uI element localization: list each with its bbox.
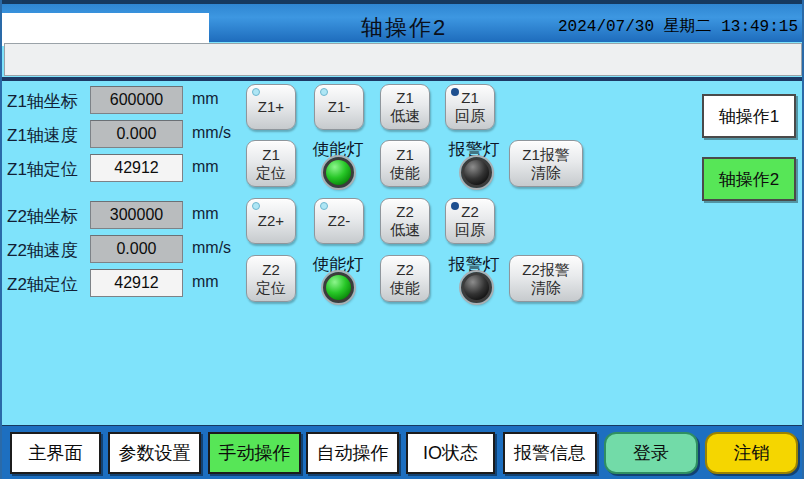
button-label: Z2- <box>328 212 351 230</box>
header-bar: 轴操作2 2024/07/30 星期二 13:49:15 <box>2 0 804 42</box>
button-label: 定位 <box>256 279 286 297</box>
button-label: 使能 <box>390 279 420 297</box>
z1-position-unit: mm <box>192 158 219 176</box>
z1-coord-unit: mm <box>192 90 219 108</box>
button-label: 回原 <box>455 221 485 239</box>
button-label: Z2+ <box>258 212 284 230</box>
message-bar <box>4 43 802 76</box>
bottom-nav-bar: 主界面 参数设置 手动操作 自动操作 IO状态 报警信息 登录 注销 <box>2 425 804 479</box>
z1-position-button[interactable]: Z1 定位 <box>246 140 296 187</box>
button-label: 使能 <box>390 164 420 182</box>
z2-position-input[interactable] <box>90 269 183 297</box>
button-label: Z1报警 <box>522 146 570 164</box>
indicator-dot-icon <box>320 202 328 210</box>
button-label: 定位 <box>256 164 286 182</box>
z1-low-speed-button[interactable]: Z1 低速 <box>380 84 430 130</box>
z2-speed-unit: mm/s <box>192 239 231 257</box>
z1-jog-plus-button[interactable]: Z1+ <box>246 84 296 130</box>
button-label: Z1- <box>328 98 351 116</box>
button-label: 清除 <box>531 164 561 182</box>
login-button[interactable]: 登录 <box>604 432 698 474</box>
indicator-dot-icon <box>451 88 459 96</box>
hmi-screen: 轴操作2 2024/07/30 星期二 13:49:15 Z1轴坐标 60000… <box>0 0 804 479</box>
button-label: 低速 <box>390 107 420 125</box>
z1-coord-label: Z1轴坐标 <box>7 90 78 113</box>
z1-position-input[interactable] <box>90 154 183 182</box>
button-label: Z1+ <box>258 98 284 116</box>
separator-line <box>2 77 804 81</box>
z2-position-unit: mm <box>192 273 219 291</box>
indicator-dot-icon <box>451 202 459 210</box>
tab-axis-operation-2[interactable]: 轴操作2 <box>702 157 796 201</box>
tab-axis-operation-1[interactable]: 轴操作1 <box>702 94 796 138</box>
z2-speed-label: Z2轴速度 <box>7 239 78 262</box>
z1-speed-label: Z1轴速度 <box>7 124 78 147</box>
z2-enable-button[interactable]: Z2 使能 <box>380 255 430 302</box>
z2-low-speed-button[interactable]: Z2 低速 <box>380 198 430 244</box>
z1-home-button[interactable]: Z1 回原 <box>445 84 495 130</box>
button-label: Z2报警 <box>522 261 570 279</box>
button-label: Z1 <box>396 146 414 164</box>
z2-alarm-clear-button[interactable]: Z2报警 清除 <box>509 255 583 302</box>
button-label: Z1 <box>461 89 479 107</box>
nav-auto-operation-button[interactable]: 自动操作 <box>306 432 399 474</box>
z2-enable-lamp-icon <box>323 272 354 303</box>
nav-io-status-button[interactable]: IO状态 <box>406 432 495 474</box>
nav-manual-operation-button[interactable]: 手动操作 <box>208 432 301 474</box>
button-label: Z1 <box>262 146 280 164</box>
datetime-display: 2024/07/30 星期二 13:49:15 <box>558 16 798 37</box>
z1-coord-display: 600000 <box>90 86 183 114</box>
z2-alarm-lamp-icon <box>461 272 492 303</box>
indicator-dot-icon <box>252 88 260 96</box>
nav-parameter-settings-button[interactable]: 参数设置 <box>108 432 201 474</box>
z1-alarm-lamp-icon <box>461 157 492 188</box>
nav-main-screen-button[interactable]: 主界面 <box>10 432 101 474</box>
z2-coord-unit: mm <box>192 205 219 223</box>
z1-enable-button[interactable]: Z1 使能 <box>380 140 430 187</box>
button-label: 回原 <box>455 107 485 125</box>
z2-coord-display: 300000 <box>90 201 183 229</box>
button-label: 低速 <box>390 221 420 239</box>
button-label: Z2 <box>262 261 280 279</box>
z2-speed-display: 0.000 <box>90 235 183 263</box>
button-label: 清除 <box>531 279 561 297</box>
indicator-dot-icon <box>252 202 260 210</box>
z1-alarm-clear-button[interactable]: Z1报警 清除 <box>509 140 583 187</box>
button-label: Z2 <box>461 203 479 221</box>
z2-position-button[interactable]: Z2 定位 <box>246 255 296 302</box>
logout-button[interactable]: 注销 <box>705 432 798 474</box>
z2-position-label: Z2轴定位 <box>7 273 78 296</box>
z2-jog-minus-button[interactable]: Z2- <box>314 198 364 244</box>
nav-alarm-info-button[interactable]: 报警信息 <box>503 432 597 474</box>
z2-coord-label: Z2轴坐标 <box>7 205 78 228</box>
button-label: Z2 <box>396 203 414 221</box>
z1-speed-display: 0.000 <box>90 120 183 148</box>
z2-jog-plus-button[interactable]: Z2+ <box>246 198 296 244</box>
z1-enable-lamp-icon <box>323 157 354 188</box>
z1-jog-minus-button[interactable]: Z1- <box>314 84 364 130</box>
z2-home-button[interactable]: Z2 回原 <box>445 198 495 244</box>
button-label: Z1 <box>396 89 414 107</box>
indicator-dot-icon <box>320 88 328 96</box>
button-label: Z2 <box>396 261 414 279</box>
z1-position-label: Z1轴定位 <box>7 158 78 181</box>
z1-speed-unit: mm/s <box>192 124 231 142</box>
